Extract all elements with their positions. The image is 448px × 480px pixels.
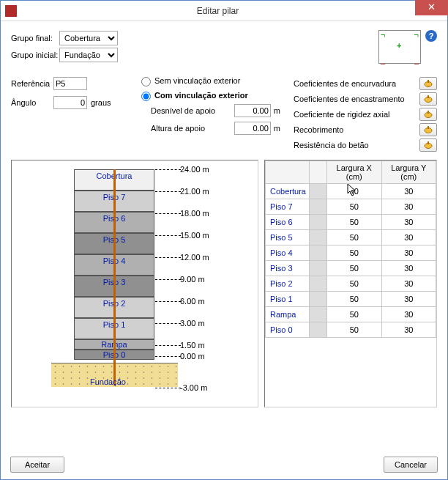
- largura-x-cell[interactable]: 50: [326, 215, 381, 230]
- largura-y-cell[interactable]: 30: [381, 215, 436, 230]
- accept-button[interactable]: Aceitar: [10, 457, 64, 473]
- col-largura-y: Largura Y (cm): [381, 161, 436, 184]
- fundacao-label: Fundação: [90, 377, 126, 386]
- grupo-inicial-label: Grupo inicial:: [11, 51, 59, 59]
- table-row[interactable]: Cobertura 50 30: [266, 184, 436, 199]
- section-icon[interactable]: [309, 307, 326, 322]
- elevation-diagram: CoberturaPiso 7Piso 6Piso 5Piso 4Piso 3P…: [11, 160, 258, 407]
- svg-rect-9: [428, 141, 429, 144]
- elev-label-3: 15.00 m: [180, 231, 209, 240]
- elev-label-bottom: -3.00 m: [180, 383, 207, 392]
- row-name: Piso 7: [266, 199, 310, 215]
- largura-y-cell[interactable]: 30: [381, 184, 436, 199]
- titlebar: Editar pilar ✕: [1, 1, 447, 21]
- altura-input[interactable]: [234, 122, 271, 135]
- section-icon[interactable]: [309, 292, 326, 307]
- corner-preview: ¬¬ + __: [378, 30, 421, 64]
- coef-label-encurvadura: Coeficientes de encurvadura: [294, 79, 396, 88]
- section-icon[interactable]: [309, 199, 326, 215]
- angulo-label: Ângulo: [11, 98, 53, 107]
- unit-m-2: m: [274, 124, 280, 133]
- coef-button-encurvadura[interactable]: [419, 77, 437, 90]
- section-icon[interactable]: [309, 230, 326, 245]
- largura-y-cell[interactable]: 30: [381, 276, 436, 292]
- close-button[interactable]: ✕: [415, 0, 448, 15]
- row-name: Cobertura: [266, 184, 310, 199]
- row-name: Piso 1: [266, 292, 310, 307]
- dimensions-table[interactable]: Largura X (cm) Largura Y (cm) Cobertura …: [265, 160, 436, 338]
- coef-label-encastramento: Coeficientes de encastramento: [294, 95, 405, 103]
- largura-x-cell[interactable]: 50: [326, 261, 381, 276]
- svg-rect-5: [428, 111, 429, 114]
- desnivel-label: Desnível de apoio: [151, 106, 231, 115]
- table-row[interactable]: Piso 1 50 30: [266, 292, 436, 307]
- column-axis: [113, 169, 116, 385]
- row-name: Piso 6: [266, 215, 310, 230]
- largura-y-cell[interactable]: 30: [381, 292, 436, 307]
- elev-label-7: 3.00 m: [180, 319, 205, 328]
- elev-label-6: 6.00 m: [180, 297, 205, 306]
- largura-y-cell[interactable]: 30: [381, 322, 436, 338]
- largura-x-cell[interactable]: 50: [326, 292, 381, 307]
- help-icon[interactable]: ?: [425, 30, 437, 42]
- coef-label-resistencia: Resistência do betão: [294, 141, 369, 149]
- table-row[interactable]: Piso 0 50 30: [266, 322, 436, 338]
- unit-m-1: m: [274, 106, 280, 115]
- largura-y-cell[interactable]: 30: [381, 230, 436, 245]
- section-icon[interactable]: [309, 276, 326, 292]
- largura-y-cell[interactable]: 30: [381, 307, 436, 322]
- svg-rect-1: [428, 80, 429, 83]
- coef-button-resistencia[interactable]: [419, 139, 437, 152]
- window-title: Editar pilar: [21, 6, 414, 16]
- section-icon[interactable]: [309, 215, 326, 230]
- largura-x-cell[interactable]: 50: [326, 322, 381, 338]
- table-row[interactable]: Piso 5 50 30: [266, 230, 436, 245]
- grupo-inicial-select[interactable]: Fundação: [59, 48, 118, 62]
- dimensions-table-panel: Largura X (cm) Largura Y (cm) Cobertura …: [264, 160, 437, 407]
- radio-sem-vinculacao[interactable]: [141, 77, 151, 86]
- desnivel-input[interactable]: [234, 104, 271, 117]
- table-row[interactable]: Piso 6 50 30: [266, 215, 436, 230]
- section-icon[interactable]: [309, 261, 326, 276]
- app-icon: [5, 5, 17, 17]
- largura-x-cell[interactable]: 50: [326, 307, 381, 322]
- svg-rect-7: [428, 126, 429, 129]
- row-name: Piso 4: [266, 245, 310, 261]
- angulo-input[interactable]: [53, 96, 87, 109]
- largura-y-cell[interactable]: 30: [381, 199, 436, 215]
- elev-label-5: 9.00 m: [180, 275, 205, 284]
- table-row[interactable]: Piso 2 50 30: [266, 276, 436, 292]
- table-row[interactable]: Piso 4 50 30: [266, 245, 436, 261]
- coef-label-recobrimento: Recobrimento: [294, 125, 343, 134]
- referencia-input[interactable]: [53, 77, 87, 90]
- grupo-final-select[interactable]: Cobertura: [59, 31, 118, 45]
- coef-button-rigidez[interactable]: [419, 108, 437, 121]
- coef-button-recobrimento[interactable]: [419, 123, 437, 136]
- grupo-final-label: Grupo final:: [11, 34, 59, 43]
- cancel-button[interactable]: Cancelar: [384, 457, 438, 473]
- elev-label-2: 18.00 m: [180, 209, 209, 218]
- largura-x-cell[interactable]: 50: [326, 276, 381, 292]
- largura-y-cell[interactable]: 30: [381, 261, 436, 276]
- section-icon[interactable]: [309, 245, 326, 261]
- table-row[interactable]: Piso 3 50 30: [266, 261, 436, 276]
- altura-label: Altura de apoio: [151, 124, 231, 133]
- section-icon[interactable]: [309, 322, 326, 338]
- row-name: Rampa: [266, 307, 310, 322]
- largura-x-cell[interactable]: 50: [326, 199, 381, 215]
- coef-button-encastramento[interactable]: [419, 92, 437, 106]
- row-name: Piso 3: [266, 261, 310, 276]
- elev-label-0: 24.00 m: [180, 165, 209, 174]
- largura-x-cell[interactable]: 50: [326, 184, 381, 199]
- section-icon[interactable]: [309, 184, 326, 199]
- table-row[interactable]: Rampa 50 30: [266, 307, 436, 322]
- row-name: Piso 0: [266, 322, 310, 338]
- elev-label-9: 0.00 m: [180, 352, 205, 361]
- table-row[interactable]: Piso 7 50 30: [266, 199, 436, 215]
- col-largura-x: Largura X (cm): [326, 161, 381, 184]
- largura-x-cell[interactable]: 50: [326, 230, 381, 245]
- largura-y-cell[interactable]: 30: [381, 245, 436, 261]
- radio-com-vinculacao[interactable]: [141, 92, 151, 101]
- radio-com-label: Com vinculação exterior: [154, 91, 248, 100]
- largura-x-cell[interactable]: 50: [326, 245, 381, 261]
